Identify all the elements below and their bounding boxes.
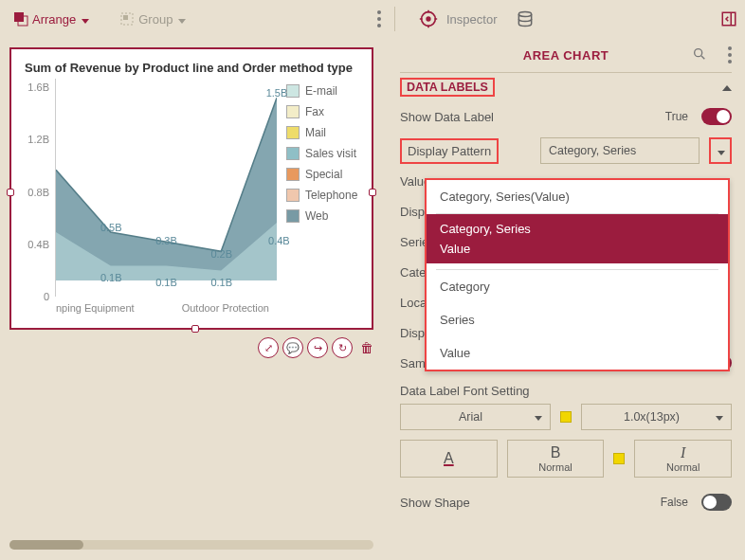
panel-title: AREA CHART xyxy=(523,48,609,63)
database-icon[interactable] xyxy=(516,9,535,28)
chevron-down-icon xyxy=(80,12,89,27)
inspector-label: Inspector xyxy=(446,12,497,27)
font-weight-button[interactable]: B Normal xyxy=(507,440,605,478)
font-style-button[interactable]: I Normal xyxy=(634,440,732,478)
font-color-button[interactable]: A xyxy=(400,440,498,478)
search-icon[interactable] xyxy=(692,46,707,64)
area-chart-widget[interactable]: Sum of Revenue by Product line and Order… xyxy=(9,47,373,330)
font-setting-label: Data Label Font Setting xyxy=(400,384,732,398)
prop-show-shape: Show Shape False xyxy=(400,487,732,517)
svg-rect-7 xyxy=(722,12,736,26)
section-title: DATA LABELS xyxy=(400,78,495,97)
chevron-up-icon[interactable] xyxy=(722,81,732,94)
panel-collapse-icon[interactable] xyxy=(720,10,737,27)
more-icon[interactable] xyxy=(377,10,381,27)
group-menu[interactable]: Group xyxy=(114,8,191,30)
group-icon xyxy=(119,11,135,27)
canvas-area[interactable]: Sum of Revenue by Product line and Order… xyxy=(0,38,387,560)
chevron-down-icon xyxy=(716,144,725,158)
toggle-show-data-label[interactable] xyxy=(701,108,732,125)
horizontal-scrollbar[interactable] xyxy=(9,537,373,552)
x-tick: nping Equipment xyxy=(56,302,135,314)
delete-button[interactable]: 🗑 xyxy=(356,337,377,358)
display-pattern-select[interactable]: Category, Series xyxy=(540,137,700,164)
widget-action-bar: ⤢ 💬 ↪ ↻ 🗑 xyxy=(258,337,377,358)
chevron-down-icon xyxy=(176,12,186,27)
dropdown-option[interactable]: Series xyxy=(427,303,728,336)
font-size-select[interactable]: 1.0x(13px) xyxy=(581,404,732,430)
display-pattern-chevron[interactable] xyxy=(709,137,732,164)
toolbar-divider xyxy=(394,7,395,31)
svg-point-5 xyxy=(427,17,430,21)
refresh-button[interactable]: ↻ xyxy=(332,337,353,358)
prop-show-data-label: Show Data Label True xyxy=(400,101,732,132)
dropdown-option-selected[interactable]: Category, Series Value xyxy=(427,214,728,263)
comment-button[interactable]: 💬 xyxy=(282,337,303,358)
display-pattern-label: Display Pattern xyxy=(400,138,499,164)
display-pattern-dropdown[interactable]: Category, Series(Value) Category, Series… xyxy=(425,178,730,371)
export-button[interactable]: ↪ xyxy=(307,337,328,358)
font-family-select[interactable]: Arial xyxy=(400,404,551,430)
prop-category: Cate xyxy=(400,265,426,280)
link-indicator-icon xyxy=(613,453,625,464)
group-label: Group xyxy=(138,12,173,27)
expand-button[interactable]: ⤢ xyxy=(258,337,279,358)
svg-point-6 xyxy=(519,12,532,17)
prop-display-order: Displ xyxy=(400,326,427,340)
link-indicator-icon xyxy=(560,411,572,423)
x-tick: Outdoor Protection xyxy=(182,302,269,314)
prop-display-value: Displ xyxy=(400,205,427,219)
chevron-down-icon xyxy=(533,410,542,424)
arrange-label: Arrange xyxy=(32,12,76,27)
arrange-menu[interactable]: Arrange xyxy=(8,8,95,30)
plot-area: 1.5B 0.5B 0.3B 0.2B 0.4B 0.1B 0.1B 0.1B … xyxy=(55,79,277,297)
toggle-show-shape[interactable] xyxy=(701,494,732,511)
chart-legend: E-mail Fax Mail Sales visit Special Tele… xyxy=(277,79,372,297)
arrange-icon xyxy=(13,11,28,27)
svg-point-10 xyxy=(695,48,702,56)
svg-rect-0 xyxy=(14,12,24,22)
inspector-icon[interactable] xyxy=(418,9,439,29)
section-data-labels[interactable]: DATA LABELS xyxy=(400,73,732,101)
dropdown-option[interactable]: Category xyxy=(427,270,728,303)
chart-title: Sum of Revenue by Product line and Order… xyxy=(11,49,372,79)
y-axis: 1.6B 1.2B 0.8B 0.4B 0 xyxy=(11,79,55,297)
top-toolbar: Arrange Group Inspector xyxy=(0,0,745,38)
dropdown-option[interactable]: Category, Series(Value) xyxy=(427,180,728,213)
svg-rect-3 xyxy=(123,15,128,20)
dropdown-option[interactable]: Value xyxy=(427,336,728,370)
chevron-down-icon xyxy=(714,410,723,424)
panel-more-icon[interactable] xyxy=(728,46,732,63)
